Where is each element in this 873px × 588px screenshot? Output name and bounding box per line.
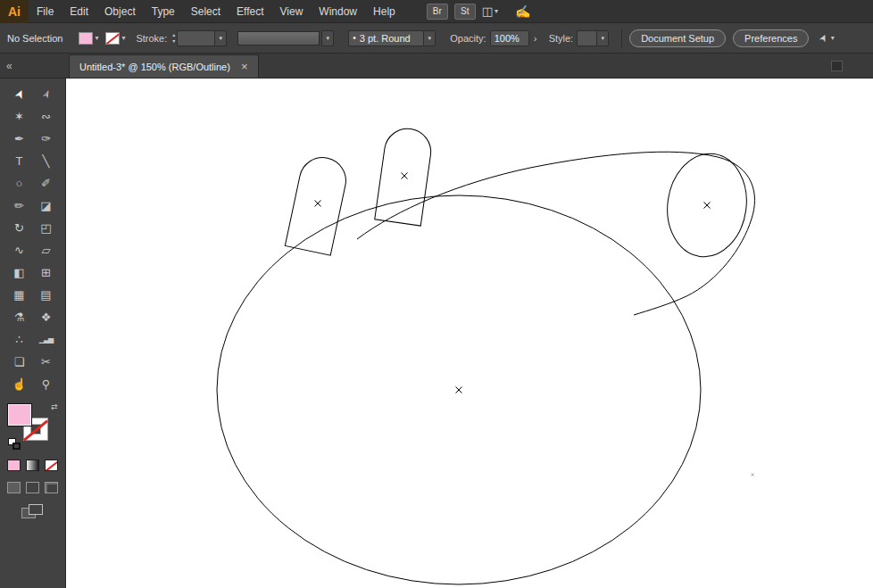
- none-button[interactable]: [45, 460, 58, 471]
- tool-paintbrush[interactable]: ✐: [33, 172, 60, 195]
- draw-normal-button[interactable]: [7, 482, 21, 493]
- stepper-up-icon[interactable]: ▴: [172, 32, 175, 38]
- graphic-style-combo[interactable]: ▾: [577, 30, 609, 46]
- close-icon[interactable]: ×: [241, 60, 248, 73]
- app-logo[interactable]: Ai: [0, 0, 29, 23]
- preferences-button[interactable]: Preferences: [733, 29, 809, 47]
- collapsed-panel-dock-button[interactable]: [831, 61, 843, 71]
- tool-zoom[interactable]: ⚲: [33, 373, 60, 395]
- pointer-options-icon: ➤: [817, 32, 831, 45]
- tool-hand[interactable]: ☝: [6, 373, 33, 395]
- document-tab-bar: « Untitled-3* @ 150% (RGB/Outline) ×: [0, 54, 873, 79]
- shape-left-ear[interactable]: [285, 153, 350, 255]
- tool-symbol-sprayer[interactable]: ∴: [6, 328, 33, 351]
- tool-scale[interactable]: ◰: [33, 217, 60, 239]
- arrange-documents-icon: ◫: [482, 4, 493, 18]
- tool-line-segment[interactable]: ╲: [33, 150, 60, 172]
- tool-free-transform[interactable]: ▱: [33, 239, 60, 261]
- menu-object[interactable]: Object: [96, 5, 144, 18]
- tool-rotate[interactable]: ↻: [6, 217, 33, 239]
- tool-curvature[interactable]: ✑: [33, 128, 60, 150]
- menu-type[interactable]: Type: [144, 5, 183, 18]
- document-setup-button[interactable]: Document Setup: [629, 29, 726, 47]
- stroke-weight-field[interactable]: [177, 30, 214, 46]
- opacity-disclosure-icon[interactable]: ›: [529, 30, 542, 46]
- menu-file[interactable]: File: [29, 5, 62, 18]
- collapse-tools-panel-button[interactable]: «: [0, 54, 66, 78]
- gradient-button[interactable]: [26, 460, 39, 471]
- color-button[interactable]: [7, 460, 21, 471]
- tool-artboard[interactable]: ❏: [6, 351, 33, 373]
- tools-panel: ➤➢✶∾✒✑T╲○✐✏◪↻◰∿▱◧⊞▦▤⚗❖∴▁▃▅❏✂☝⚲ ⇄: [0, 79, 66, 588]
- control-bar: No Selection ▾ ▾ Stroke: ▴ ▾ ▾ ▾ • 3 pt.…: [0, 23, 873, 54]
- draw-inside-button[interactable]: [45, 482, 58, 493]
- artboard-svg[interactable]: [66, 79, 873, 588]
- tool-pen[interactable]: ✒: [6, 128, 33, 150]
- tool-type[interactable]: T: [6, 150, 33, 172]
- opacity-label[interactable]: Opacity:: [450, 33, 486, 44]
- chevron-down-icon[interactable]: ▾: [596, 30, 609, 46]
- bridge-button[interactable]: Br: [427, 4, 448, 20]
- tool-pencil[interactable]: ✏: [6, 195, 33, 217]
- workspace: ➤➢✶∾✒✑T╲○✐✏◪↻◰∿▱◧⊞▦▤⚗❖∴▁▃▅❏✂☝⚲ ⇄: [0, 79, 873, 588]
- chevron-down-icon[interactable]: ▾: [423, 30, 436, 46]
- swap-fill-stroke-icon[interactable]: ⇄: [51, 402, 58, 411]
- menu-items: FileEditObjectTypeSelectEffectViewWindow…: [29, 0, 403, 22]
- stroke-color-swatch[interactable]: [105, 32, 120, 45]
- chevron-down-icon[interactable]: ▾: [214, 30, 227, 46]
- stroke-label[interactable]: Stroke:: [136, 33, 167, 44]
- menu-edit[interactable]: Edit: [62, 5, 96, 18]
- tool-shape-builder[interactable]: ◧: [6, 261, 33, 284]
- stepper-down-icon[interactable]: ▾: [172, 38, 175, 45]
- fill-color-swatch[interactable]: [79, 32, 93, 45]
- document-tab-title: Untitled-3* @ 150% (RGB/Outline): [79, 62, 230, 72]
- color-type-buttons: [7, 460, 58, 471]
- touch-workspace-icon[interactable]: ✍: [515, 4, 530, 19]
- pointer-options-button[interactable]: ➤ ▾: [819, 32, 834, 44]
- appbar-buttons: Br St ◫ ▾ ✍: [427, 4, 531, 20]
- fill-indicator-swatch[interactable]: [7, 403, 32, 427]
- stroke-weight-stepper[interactable]: ▴ ▾: [172, 30, 175, 46]
- chevron-down-icon[interactable]: ▾: [321, 30, 334, 46]
- change-screen-mode-button[interactable]: [21, 504, 45, 519]
- default-fill-stroke-icon[interactable]: [8, 438, 22, 451]
- fill-color-dropdown[interactable]: ▾: [79, 32, 98, 45]
- tools-grid: ➤➢✶∾✒✑T╲○✐✏◪↻◰∿▱◧⊞▦▤⚗❖∴▁▃▅❏✂☝⚲: [6, 83, 60, 395]
- stray-point-marker: [752, 474, 754, 476]
- menu-effect[interactable]: Effect: [229, 5, 271, 18]
- brush-definition-combo[interactable]: • 3 pt. Round ▾: [348, 30, 436, 46]
- brush-definition-field[interactable]: • 3 pt. Round: [348, 30, 423, 46]
- tool-column-graph[interactable]: ▁▃▅: [33, 328, 60, 351]
- width-profile-preview[interactable]: [237, 31, 320, 46]
- width-profile-combo[interactable]: ▾: [237, 30, 334, 46]
- arrange-documents-button[interactable]: ◫ ▾: [482, 4, 498, 18]
- draw-behind-button[interactable]: [26, 482, 39, 493]
- canvas-area[interactable]: [66, 79, 873, 588]
- tool-gradient[interactable]: ▤: [33, 284, 60, 306]
- tool-blend[interactable]: ❖: [33, 306, 60, 328]
- tool-mesh[interactable]: ▦: [6, 284, 33, 306]
- tool-ellipse[interactable]: ○: [6, 172, 33, 195]
- opacity-field[interactable]: 100%: [490, 30, 529, 46]
- tool-eraser[interactable]: ◪: [33, 195, 60, 217]
- stock-button[interactable]: St: [454, 4, 476, 20]
- stroke-weight-combo[interactable]: ▾: [177, 30, 227, 46]
- brush-preview-icon: •: [353, 33, 356, 43]
- menu-window[interactable]: Window: [311, 5, 365, 18]
- collapse-panel-icon: «: [6, 60, 12, 72]
- graphic-style-field[interactable]: [577, 30, 596, 46]
- tool-width[interactable]: ∿: [6, 239, 33, 261]
- menu-bar: Ai FileEditObjectTypeSelectEffectViewWin…: [0, 0, 873, 23]
- center-point-marker: [315, 201, 321, 207]
- shape-head-curve[interactable]: [357, 152, 754, 315]
- style-label[interactable]: Style:: [549, 33, 574, 44]
- menu-view[interactable]: View: [272, 5, 312, 18]
- drawing-mode-buttons: [7, 482, 58, 493]
- document-tab[interactable]: Untitled-3* @ 150% (RGB/Outline) ×: [69, 54, 259, 78]
- tool-slice[interactable]: ✂: [33, 351, 60, 373]
- tool-perspective-grid[interactable]: ⊞: [33, 261, 60, 284]
- tool-eyedropper[interactable]: ⚗: [6, 306, 33, 328]
- menu-select[interactable]: Select: [183, 5, 229, 18]
- stroke-color-dropdown[interactable]: ▾: [105, 32, 125, 45]
- menu-help[interactable]: Help: [365, 5, 403, 18]
